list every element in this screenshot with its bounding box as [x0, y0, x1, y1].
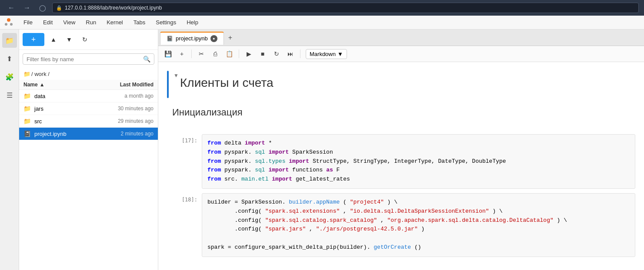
code-box-18[interactable]: builder = SparkSession. builder.appName … [202, 193, 635, 257]
sidebar-list-btn[interactable]: ☰ [2, 88, 17, 102]
cell-content-h2: Инициализация [172, 102, 635, 130]
list-item[interactable]: 📓 project.ipynb 2 minutes ago [19, 128, 158, 140]
extensions-sidebar-icon: 🧩 [5, 73, 14, 81]
back-button[interactable]: ← [5, 3, 17, 13]
menu-view[interactable]: View [59, 17, 80, 27]
cell-content: Клиенты и счета [180, 71, 635, 98]
sort-arrow-icon: ▲ [40, 82, 45, 88]
download-button[interactable]: ▼ [63, 33, 76, 46]
restart-button[interactable]: ↻ [270, 48, 283, 60]
toolbar-divider-2 [239, 49, 239, 58]
file-modified: 29 minutes ago [97, 118, 153, 124]
save-button[interactable]: 💾 [162, 48, 174, 60]
url-text: 127.0.0.1:8888/lab/tree/work/project.ipy… [65, 5, 162, 11]
list-item[interactable]: 📁 data a month ago [19, 90, 158, 102]
notebook-tab[interactable]: 📓 project.ipynb ● [160, 32, 224, 45]
fast-forward-button[interactable]: ⏭ [284, 48, 297, 60]
code-line: .config( "spark.sql.catalog.spark_catalo… [207, 216, 630, 225]
menu-edit[interactable]: Edit [39, 17, 57, 27]
upload-button[interactable]: ▲ [47, 33, 60, 46]
code-box[interactable]: from delta import * from pyspark. sql im… [202, 134, 635, 189]
folder-item-icon: 📁 [23, 92, 31, 99]
file-name: project.ipynb [34, 131, 97, 137]
refresh-icon: ↻ [82, 36, 87, 43]
sidebar-folder-btn[interactable]: 📁 [2, 33, 17, 48]
notebook-toolbar: 💾 + ✂ ⎙ 📋 ▶ ■ ↻ ⏭ Markdown ▼ [158, 46, 644, 62]
paste-button[interactable]: 📋 [223, 48, 235, 60]
tab-bar: 📓 project.ipynb ● + [158, 30, 644, 46]
svg-point-0 [7, 18, 10, 22]
folder-item-icon: 📁 [23, 105, 31, 112]
code-line: spark = configure_spark_with_delta_pip(b… [207, 243, 630, 252]
icon-sidebar: 📁 ⬆ 🧩 ☰ [0, 30, 19, 270]
list-item[interactable]: 📁 src 29 minutes ago [19, 115, 158, 128]
code-line: .config( "spark.jars" , "./jars/postgres… [207, 225, 630, 234]
menu-file[interactable]: File [19, 17, 37, 27]
code-cell-17[interactable]: [17]: from delta import * from pyspark. … [158, 134, 644, 189]
list-item[interactable]: 📁 jars 30 minutes ago [19, 102, 158, 115]
search-input[interactable] [27, 56, 143, 63]
tab-close-button[interactable]: ● [210, 35, 217, 42]
code-line: .config( "spark.sql.extensions" , "io.de… [207, 207, 630, 216]
notebook-tab-icon: 📓 [167, 36, 173, 42]
column-name[interactable]: Name ▲ [23, 82, 97, 88]
menu-bar: File Edit View Run Kernel Tabs Settings … [0, 16, 644, 30]
menu-help[interactable]: Help [182, 17, 203, 27]
file-toolbar: + ▲ ▼ ↻ [19, 30, 158, 50]
upload-sidebar-icon: ⬆ [7, 55, 12, 63]
code-cell-18[interactable]: [18]: builder = SparkSession. builder.ap… [158, 193, 644, 257]
tab-label: project.ipynb [176, 35, 208, 42]
notebook-item-icon: 📓 [23, 130, 31, 137]
code-line: from pyspark. sql import SparkSession [207, 148, 630, 157]
new-file-button[interactable]: + [23, 33, 44, 46]
cut-button[interactable]: ✂ [195, 48, 207, 60]
toolbar-divider [191, 49, 192, 58]
sidebar-upload-btn[interactable]: ⬆ [2, 51, 17, 66]
notebook-area: 📓 project.ipynb ● + 💾 + ✂ ⎙ 📋 ▶ ■ ↻ ⏭ Ma… [158, 30, 644, 270]
cell-prompt: [17]: [167, 134, 202, 144]
forward-button[interactable]: → [21, 3, 33, 13]
menu-kernel[interactable]: Kernel [102, 17, 127, 27]
search-icon: 🔍 [143, 56, 150, 63]
cell-active-indicator [167, 71, 169, 98]
markdown-heading-2: Инициализация [172, 106, 635, 119]
notebook-content[interactable]: ▼ Клиенты и счета Инициализация [17]: fr… [158, 62, 644, 270]
folder-sidebar-icon: 📁 [5, 36, 14, 45]
code-line [207, 234, 630, 243]
code-line: builder = SparkSession. builder.appName … [207, 198, 630, 207]
markdown-cell-h1[interactable]: ▼ Клиенты и счета [158, 71, 644, 98]
cell-collapse-button[interactable]: ▼ [172, 71, 180, 79]
menu-settings[interactable]: Settings [151, 17, 180, 27]
kernel-dropdown[interactable]: Markdown ▼ [306, 49, 347, 59]
add-cell-button[interactable]: + [176, 48, 188, 60]
search-box: 🔍 [23, 53, 154, 65]
sidebar-extensions-btn[interactable]: 🧩 [2, 69, 17, 84]
stop-button[interactable]: ■ [257, 48, 269, 60]
download-icon: ▼ [66, 36, 72, 43]
toolbar-divider-3 [300, 49, 300, 58]
file-panel: + ▲ ▼ ↻ 🔍 📁 / work / Name ▲ Las [19, 30, 158, 270]
file-list-header: Name ▲ Last Modified [19, 80, 158, 90]
new-tab-button[interactable]: + [224, 32, 237, 43]
reload-button[interactable]: ◯ [37, 3, 49, 12]
folder-icon: 📁 [23, 71, 30, 77]
code-cell-inner: [17]: from delta import * from pyspark. … [167, 134, 635, 189]
file-modified: 30 minutes ago [97, 105, 153, 112]
markdown-heading-1: Клиенты и счета [180, 74, 635, 91]
file-name: jars [34, 105, 97, 112]
menu-run[interactable]: Run [81, 17, 100, 27]
address-bar[interactable]: 🔒 127.0.0.1:8888/lab/tree/work/project.i… [52, 3, 639, 13]
svg-point-1 [5, 23, 7, 26]
markdown-cell-h2: Инициализация [164, 102, 644, 130]
breadcrumb: 📁 / work / [19, 68, 158, 80]
code-cell-inner-18: [18]: builder = SparkSession. builder.ap… [167, 193, 635, 257]
copy-button[interactable]: ⎙ [209, 48, 221, 60]
file-modified: 2 minutes ago [97, 131, 153, 137]
code-line: from src. main.etl import get_latest_rat… [207, 175, 630, 184]
run-button[interactable]: ▶ [243, 48, 255, 60]
column-modified[interactable]: Last Modified [97, 82, 153, 88]
menu-tabs[interactable]: Tabs [129, 17, 150, 27]
file-list: 📁 data a month ago 📁 jars 30 minutes ago… [19, 90, 158, 270]
folder-item-icon: 📁 [23, 118, 31, 125]
refresh-button[interactable]: ↻ [78, 33, 91, 46]
